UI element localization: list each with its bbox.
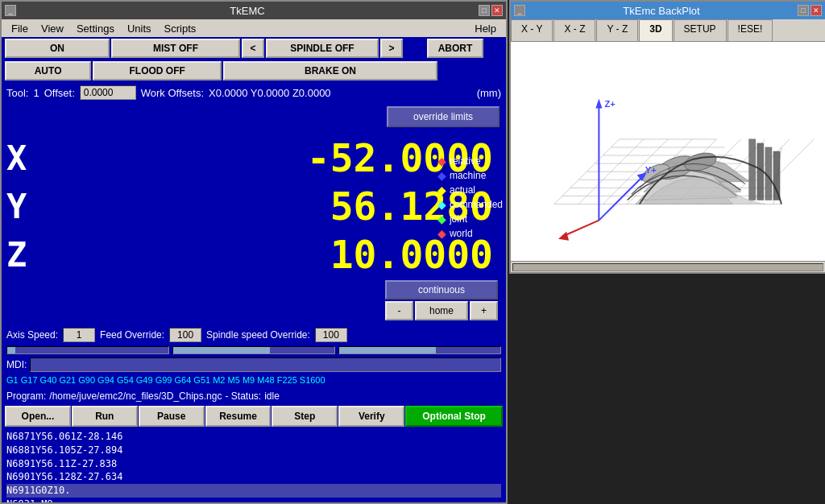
radio-joint[interactable]: ◆ joint (437, 213, 503, 225)
tool-row: Tool: 1 Offset: Work Offsets: X0.0000 Y0… (2, 82, 506, 103)
button-row: Open... Run Pause Resume Step Verify Opt… (2, 404, 506, 428)
radio-actual-label: actual (450, 184, 475, 196)
status-value: idle (264, 390, 280, 402)
menu-units[interactable]: Units (121, 22, 158, 35)
svg-rect-30 (773, 151, 780, 200)
menu-view[interactable]: View (35, 22, 70, 35)
x-coord-row: X -52.0000 (6, 135, 501, 180)
mist-button[interactable]: MIST OFF (111, 39, 240, 58)
feed-override-label: Feed Override: (100, 329, 164, 341)
backplot-scrollbar[interactable] (511, 261, 825, 272)
minus-button[interactable]: - (385, 301, 413, 320)
coords-area: X -52.0000 Y 56.1280 Z 10.0000 ◆ relativ… (2, 130, 506, 325)
speed-row: Axis Speed: Feed Override: Spindle speed… (2, 325, 506, 345)
spindle-speed-label: Spindle speed Override: (206, 329, 310, 341)
y-coord-row: Y 56.1280 (6, 184, 501, 229)
diamond-icon-machine: ◆ (437, 169, 446, 182)
radio-world[interactable]: ◆ world (437, 227, 503, 240)
controls-row1: ON MIST OFF < SPINDLE OFF > ABORT (2, 37, 506, 60)
offset-input[interactable] (80, 85, 136, 100)
radio-relative[interactable]: ◆ relative (437, 155, 503, 167)
resume-button[interactable]: Resume (205, 406, 272, 427)
menu-file[interactable]: File (5, 22, 35, 35)
menu-scripts[interactable]: Scripts (158, 22, 203, 35)
diamond-icon-world: ◆ (437, 227, 446, 240)
radio-joint-label: joint (450, 213, 467, 225)
bp-maximize-button[interactable]: □ (798, 5, 809, 16)
pause-button[interactable]: Pause (139, 406, 205, 427)
feed-override-bar (172, 346, 335, 354)
gcode-line-4: N6901Y56.128Z-27.634 (6, 470, 501, 484)
optional-stop-button[interactable]: Optional Stop (405, 406, 503, 427)
controls-row2: AUTO FLOOD OFF BRAKE ON (2, 60, 506, 82)
bp-close-button[interactable]: ✕ (810, 5, 822, 16)
tab-iese[interactable]: !ESE! (728, 19, 773, 41)
offset-label: Offset: (44, 87, 75, 99)
tab-xy[interactable]: X - Y (511, 19, 553, 41)
flood-button[interactable]: FLOOD OFF (93, 61, 222, 81)
mdi-input[interactable] (30, 357, 501, 372)
mdi-label: MDI: (6, 359, 27, 370)
verify-button[interactable]: Verify (338, 406, 404, 427)
work-offsets-value: X0.0000 Y0.0000 Z0.0000 (209, 87, 331, 99)
progress-row (2, 345, 506, 356)
gcode-display: N6871Y56.061Z-28.146 N6881Y56.105Z-27.89… (2, 428, 506, 502)
auto-button[interactable]: AUTO (5, 61, 91, 81)
continuous-area: continuous - home + (6, 279, 501, 322)
radio-machine-label: machine (450, 170, 486, 181)
mdi-row: MDI: (2, 356, 506, 374)
backplot-title: TkEmc BackPlot (623, 5, 699, 17)
diamond-icon-joint: ◆ (437, 213, 446, 225)
scrollbar-track[interactable] (512, 263, 823, 271)
abort-button[interactable]: ABORT (427, 39, 484, 58)
tab-setup[interactable]: SETUP (674, 19, 727, 41)
units-label: (mm) (477, 87, 501, 99)
radio-relative-label: relative (450, 155, 481, 167)
menu-help[interactable]: Help (468, 22, 503, 35)
z-value: 10.0000 (47, 232, 501, 277)
spindle-prev-button[interactable]: < (242, 39, 264, 58)
radio-commanded-label: commanded (450, 199, 503, 210)
bp-minimize-button[interactable]: _ (514, 5, 525, 16)
feed-override-input[interactable] (169, 328, 201, 342)
menu-settings[interactable]: Settings (70, 22, 121, 35)
run-button[interactable]: Run (72, 406, 138, 427)
step-button[interactable]: Step (272, 406, 338, 427)
minimize-button[interactable]: _ (5, 5, 16, 16)
gcode-line-6: N6931 M9 (6, 498, 501, 502)
diamond-icon-actual: ◆ (437, 184, 446, 196)
gcode-line-2: N6881Y56.105Z-27.894 (6, 444, 501, 457)
radio-machine[interactable]: ◆ machine (437, 169, 503, 182)
open-button[interactable]: Open... (5, 406, 71, 427)
home-button[interactable]: home (415, 301, 468, 320)
axis-speed-label: Axis Speed: (6, 329, 58, 341)
radio-commanded[interactable]: ◆ commanded (437, 198, 503, 211)
close-button[interactable]: ✕ (491, 5, 503, 16)
backplot-canvas[interactable]: Z+ Y+ (511, 42, 825, 261)
program-path: /home/juve/emc2/nc_files/3D_Chips.ngc (49, 390, 222, 402)
maximize-button[interactable]: □ (479, 5, 490, 16)
diamond-icon-relative: ◆ (437, 155, 446, 167)
continuous-button[interactable]: continuous (385, 280, 498, 300)
title-bar-controls[interactable]: _ (5, 5, 16, 16)
spindle-next-button[interactable]: > (380, 39, 403, 58)
spindle-speed-input[interactable] (315, 328, 347, 342)
svg-text:Y+: Y+ (645, 165, 657, 175)
override-limits-button[interactable]: override limits (387, 106, 500, 127)
diamond-icon-commanded: ◆ (437, 198, 446, 211)
plus-button[interactable]: + (470, 301, 498, 320)
tab-xz[interactable]: X - Z (553, 19, 595, 41)
svg-text:Z+: Z+ (604, 99, 616, 109)
tool-label: Tool: (6, 87, 28, 99)
brake-button[interactable]: BRAKE ON (223, 61, 437, 81)
axis-speed-input[interactable] (63, 328, 95, 342)
tab-yz[interactable]: Y - Z (596, 19, 638, 41)
on-button[interactable]: ON (5, 39, 110, 58)
main-window-title: TkEMC (16, 5, 479, 17)
gcode-line-1: N6871Y56.061Z-28.146 (6, 430, 501, 444)
tab-3d[interactable]: 3D (639, 19, 672, 41)
z-label: Z (6, 235, 47, 275)
radio-actual[interactable]: ◆ actual (437, 184, 503, 196)
spindle-off-button[interactable]: SPINDLE OFF (266, 39, 379, 58)
program-row: Program: /home/juve/emc2/nc_files/3D_Chi… (2, 388, 506, 404)
